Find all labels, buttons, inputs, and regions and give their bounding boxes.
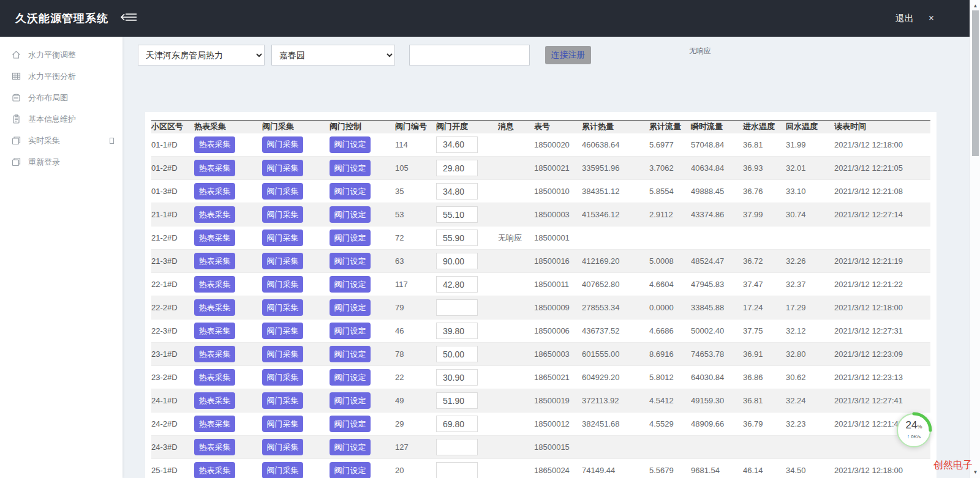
col-instant-flow: 瞬时流量: [691, 121, 743, 133]
logout-button[interactable]: 退出: [895, 13, 914, 24]
heat-collect-button[interactable]: 热表采集: [194, 253, 235, 269]
heat-collect-button[interactable]: 热表采集: [194, 136, 235, 153]
valve-no-cell: 72: [395, 226, 436, 250]
valve-collect-button[interactable]: 阀门采集: [262, 183, 303, 200]
valve-set-button[interactable]: 阀门设定: [330, 136, 371, 153]
valve-collect-button[interactable]: 阀门采集: [262, 136, 303, 153]
connect-register-button[interactable]: 连接注册: [545, 46, 591, 64]
valve-collect-button[interactable]: 阀门采集: [262, 323, 303, 339]
valve-opening-input[interactable]: [436, 276, 478, 293]
valve-set-button[interactable]: 阀门设定: [330, 392, 371, 409]
valve-opening-input[interactable]: [436, 462, 478, 478]
address-input[interactable]: [409, 45, 530, 65]
valve-set-button[interactable]: 阀门设定: [330, 160, 371, 176]
valve-opening-input[interactable]: [436, 160, 478, 176]
valve-collect-button[interactable]: 阀门采集: [262, 299, 303, 316]
valve-opening-input[interactable]: [436, 439, 478, 455]
valve-opening-input[interactable]: [436, 136, 478, 153]
heat-collect-button[interactable]: 热表采集: [194, 416, 235, 432]
clipboard-icon: [11, 114, 21, 124]
valve-collect-button[interactable]: 阀门采集: [262, 253, 303, 269]
total-heat-cell: 384351.12: [582, 180, 649, 203]
valve-opening-input[interactable]: [436, 323, 478, 339]
valve-set-button[interactable]: 阀门设定: [330, 299, 371, 316]
inlet-temp-cell: 36.72: [743, 250, 786, 273]
sidebar-item-label: 水力平衡调整: [28, 50, 76, 61]
scrollbar-thumb[interactable]: [972, 10, 979, 156]
instant-flow-cell: 9681.54: [691, 459, 743, 478]
sidebar-item-relogin[interactable]: 重新登录: [0, 151, 123, 173]
table-row: 01-1#D 热表采集 阀门采集 阀门设定 114 18500020 46063…: [151, 133, 930, 157]
valve-collect-button[interactable]: 阀门采集: [262, 276, 303, 293]
sidebar-item-realtime-collect[interactable]: 实时采集: [0, 130, 123, 151]
instant-flow-cell: 47945.83: [691, 273, 743, 296]
inlet-temp-cell: 36.76: [743, 180, 786, 203]
company-select[interactable]: 天津河东房管局热力: [138, 45, 265, 65]
valve-collect-button[interactable]: 阀门采集: [262, 369, 303, 386]
valve-set-button[interactable]: 阀门设定: [330, 230, 371, 246]
heat-collect-button[interactable]: 热表采集: [194, 439, 235, 455]
table-row: 01-3#D 热表采集 阀门采集 阀门设定 35 18500010 384351…: [151, 180, 930, 203]
valve-collect-button[interactable]: 阀门采集: [262, 439, 303, 455]
valve-collect-button[interactable]: 阀门采集: [262, 206, 303, 223]
message-cell: 无响应: [498, 226, 534, 250]
sidebar-item-distribution-layout[interactable]: 分布布局图: [0, 87, 123, 108]
window-icon: [11, 135, 21, 146]
valve-set-button[interactable]: 阀门设定: [330, 369, 371, 386]
valve-opening-input[interactable]: [436, 416, 478, 432]
heat-collect-button[interactable]: 热表采集: [194, 346, 235, 362]
valve-opening-input[interactable]: [436, 206, 478, 223]
valve-set-button[interactable]: 阀门设定: [330, 253, 371, 269]
heat-collect-button[interactable]: 热表采集: [194, 160, 235, 176]
heat-collect-button[interactable]: 热表采集: [194, 369, 235, 386]
meter-no-cell: 18500020: [534, 133, 582, 157]
col-valve-collect: 阀门采集: [262, 121, 330, 133]
valve-opening-input[interactable]: [436, 369, 478, 386]
valve-collect-button[interactable]: 阀门采集: [262, 462, 303, 478]
valve-opening-input[interactable]: [436, 183, 478, 200]
heat-collect-button[interactable]: 热表采集: [194, 206, 235, 223]
sidebar-item-hydraulic-balance-adjust[interactable]: 水力平衡调整: [0, 44, 123, 65]
valve-collect-button[interactable]: 阀门采集: [262, 392, 303, 409]
heat-collect-button[interactable]: 热表采集: [194, 323, 235, 339]
valve-set-button[interactable]: 阀门设定: [330, 323, 371, 339]
valve-set-button[interactable]: 阀门设定: [330, 276, 371, 293]
valve-collect-button[interactable]: 阀门采集: [262, 346, 303, 362]
total-heat-cell: 407652.80: [582, 273, 649, 296]
scrollbar-up-icon[interactable]: ▲: [970, 3, 980, 9]
heat-collect-button[interactable]: 热表采集: [194, 230, 235, 246]
network-progress-widget[interactable]: 24% ↑ 0K/s: [897, 413, 931, 447]
inlet-temp-cell: 36.79: [743, 413, 786, 436]
valve-collect-button[interactable]: 阀门采集: [262, 160, 303, 176]
sidebar-toggle-button[interactable]: [119, 12, 138, 24]
valve-set-button[interactable]: 阀门设定: [330, 416, 371, 432]
sidebar-item-basic-info-maintenance[interactable]: 基本信息维护: [0, 108, 123, 130]
valve-opening-input[interactable]: [436, 230, 478, 246]
valve-collect-button[interactable]: 阀门采集: [262, 416, 303, 432]
community-select[interactable]: 嘉春园: [271, 45, 395, 65]
close-icon[interactable]: ×: [929, 13, 934, 24]
valve-set-button[interactable]: 阀门设定: [330, 346, 371, 362]
valve-set-button[interactable]: 阀门设定: [330, 439, 371, 455]
zone-cell: 21-2#D: [151, 226, 194, 250]
valve-set-button[interactable]: 阀门设定: [330, 183, 371, 200]
valve-opening-input[interactable]: [436, 253, 478, 269]
message-cell: [498, 273, 534, 296]
heat-collect-button[interactable]: 热表采集: [194, 276, 235, 293]
valve-opening-input[interactable]: [436, 392, 478, 409]
heat-collect-button[interactable]: 热表采集: [194, 462, 235, 478]
valve-collect-button[interactable]: 阀门采集: [262, 230, 303, 246]
valve-opening-input[interactable]: [436, 299, 478, 316]
heat-collect-button[interactable]: 热表采集: [194, 392, 235, 409]
valve-set-button[interactable]: 阀门设定: [330, 206, 371, 223]
col-total-heat: 累计热量: [582, 121, 649, 133]
sidebar-item-hydraulic-balance-analysis[interactable]: 水力平衡分析: [0, 65, 123, 87]
valve-set-button[interactable]: 阀门设定: [330, 462, 371, 478]
valve-opening-input[interactable]: [436, 346, 478, 362]
sidebar-item-label: 实时采集: [28, 135, 60, 146]
total-heat-cell: 74149.44: [582, 459, 649, 478]
heat-collect-button[interactable]: 热表采集: [194, 183, 235, 200]
inlet-temp-cell: 36.93: [743, 157, 786, 180]
vertical-scrollbar[interactable]: ▲ ▼: [970, 0, 980, 478]
heat-collect-button[interactable]: 热表采集: [194, 299, 235, 316]
